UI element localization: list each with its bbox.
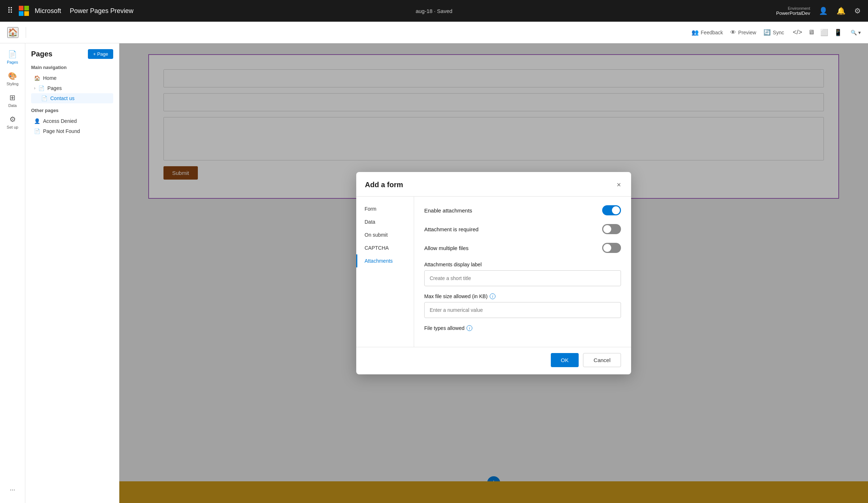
preview-label: Preview [738,30,756,35]
nav-page-not-found-label: Page Not Found [43,128,80,134]
pages-icon: 📄 [8,50,17,59]
microsoft-logo [19,6,29,16]
sidebar-item-pages[interactable]: 📄 Pages [1,47,24,67]
zoom-icon: 🔍 [851,30,857,35]
max-file-size-input[interactable] [424,302,621,318]
home-nav-icon: 🏠 [34,75,40,81]
dialog-nav-captcha[interactable]: CAPTCHA [356,241,414,254]
enable-attachments-label: Enable attachments [424,207,472,214]
toggle-slider-on [602,205,621,215]
settings-icon[interactable]: ⚙ [854,7,861,15]
dialog-footer: OK Cancel [356,347,631,374]
allow-multiple-row: Allow multiple files [424,243,621,253]
attachments-display-input[interactable] [424,270,621,286]
dialog-header: Add a form × [356,172,631,197]
toggle-knob-1 [603,225,611,233]
attachments-display-label: Attachments display label [424,262,621,267]
pages-panel: Pages + Page Main navigation 🏠 Home › 📄 … [25,43,119,503]
sidebar-item-styling[interactable]: 🎨 Styling [1,69,24,89]
access-denied-icon: 👤 [34,118,40,124]
max-file-size-label: Max file size allowed (in KB) i [424,293,621,299]
notification-icon[interactable]: 🔔 [837,7,846,15]
sidebar-item-data[interactable]: ⊞ Data [1,90,24,111]
page-not-found-icon: 📄 [34,128,40,134]
ok-button[interactable]: OK [551,353,579,367]
preview-button[interactable]: 👁 Preview [730,29,756,36]
zoom-button[interactable]: 🔍 ▾ [851,30,861,35]
content-area: Submit + Add a form × Form Data [119,43,868,503]
home-button[interactable]: 🏠 [7,27,18,38]
file-types-label: File types allowed i [424,325,621,331]
toggle-slider-off-1 [602,224,621,234]
file-types-field: File types allowed i [424,325,621,331]
enable-attachments-row: Enable attachments [424,205,621,215]
styling-icon: 🎨 [8,72,17,80]
grid-icon[interactable]: ⠿ [7,6,13,16]
sidebar-more[interactable]: ··· [10,486,15,494]
dialog-content: Enable attachments Attachment is require… [414,197,631,347]
allow-multiple-toggle[interactable] [602,243,621,253]
nav-item-pages[interactable]: › 📄 Pages [31,83,113,93]
main-nav-title: Main navigation [31,65,113,70]
sidebar-item-setup[interactable]: ⚙ Set up [1,112,24,132]
mobile-view-button[interactable]: 📱 [833,27,843,38]
modal-overlay: Add a form × Form Data On submit CAPTCHA… [119,43,868,503]
max-file-size-field: Max file size allowed (in KB) i [424,293,621,318]
dialog-close-button[interactable]: × [615,179,622,190]
cancel-button[interactable]: Cancel [583,353,621,367]
desktop-view-button[interactable]: 🖥 [807,27,816,38]
secondary-bar-right: 👥 Feedback 👁 Preview 🔄 Sync </> 🖥 ⬜ 📱 🔍 … [692,27,861,38]
toggle-knob-2 [603,244,611,252]
info-icon-filesize: i [490,293,495,299]
topbar: ⠿ Microsoft Power Pages Preview aug-18 ·… [0,0,868,22]
env-label: Environment [788,6,810,10]
contact-nav-icon: 📄 [41,95,47,101]
dialog-nav-form[interactable]: Form [356,202,414,215]
company-name: Microsoft [35,7,61,15]
chevron-right-icon: › [34,86,35,91]
feedback-button[interactable]: 👥 Feedback [692,29,723,36]
enable-attachments-toggle[interactable] [602,205,621,215]
code-view-button[interactable]: </> [791,27,804,38]
dialog-nav: Form Data On submit CAPTCHA Attachments [356,197,414,347]
nav-item-contact[interactable]: 📄 Contact us [31,93,113,103]
sync-icon: 🔄 [763,29,771,36]
sidebar-data-label: Data [8,103,17,108]
add-form-dialog: Add a form × Form Data On submit CAPTCHA… [356,172,631,374]
view-icons: </> 🖥 ⬜ 📱 [791,27,843,38]
zoom-chevron: ▾ [858,30,861,35]
nav-pages-label: Pages [47,85,62,91]
dialog-nav-data[interactable]: Data [356,215,414,228]
app-title: Power Pages Preview [70,7,133,15]
allow-multiple-label: Allow multiple files [424,245,469,251]
main-layout: 📄 Pages 🎨 Styling ⊞ Data ⚙ Set up ··· Pa… [0,43,868,503]
nav-item-access-denied[interactable]: 👤 Access Denied [31,116,113,126]
sidebar-pages-label: Pages [7,60,18,64]
dialog-body: Form Data On submit CAPTCHA Attachments … [356,197,631,347]
setup-icon: ⚙ [9,115,16,124]
pages-title: Pages [31,50,52,58]
dialog-nav-onsubmit[interactable]: On submit [356,228,414,241]
attachments-label-field: Attachments display label [424,262,621,286]
dialog-nav-attachments[interactable]: Attachments [356,254,414,267]
add-page-button[interactable]: + Page [88,49,113,59]
left-sidebar: 📄 Pages 🎨 Styling ⊞ Data ⚙ Set up ··· [0,43,25,503]
other-pages-title: Other pages [31,108,113,113]
info-icon-filetypes: i [467,325,472,331]
pages-header: Pages + Page [31,49,113,59]
data-icon: ⊞ [9,93,16,102]
environment-info: Environment PowerPortalDev [776,6,810,16]
sidebar-setup-label: Set up [7,125,18,129]
sync-label: Sync [773,30,784,35]
account-icon[interactable]: 👤 [819,7,828,15]
nav-item-page-not-found[interactable]: 📄 Page Not Found [31,126,113,136]
attachment-required-toggle[interactable] [602,224,621,234]
sync-button[interactable]: 🔄 Sync [763,29,784,36]
attachment-required-label: Attachment is required [424,226,478,232]
toggle-slider-off-2 [602,243,621,253]
tablet-view-button[interactable]: ⬜ [819,27,830,38]
secondary-bar: 🏠 👥 Feedback 👁 Preview 🔄 Sync </> 🖥 ⬜ 📱 … [0,22,868,43]
nav-item-home[interactable]: 🏠 Home [31,73,113,83]
env-name: PowerPortalDev [776,10,810,16]
nav-access-denied-label: Access Denied [43,118,77,124]
